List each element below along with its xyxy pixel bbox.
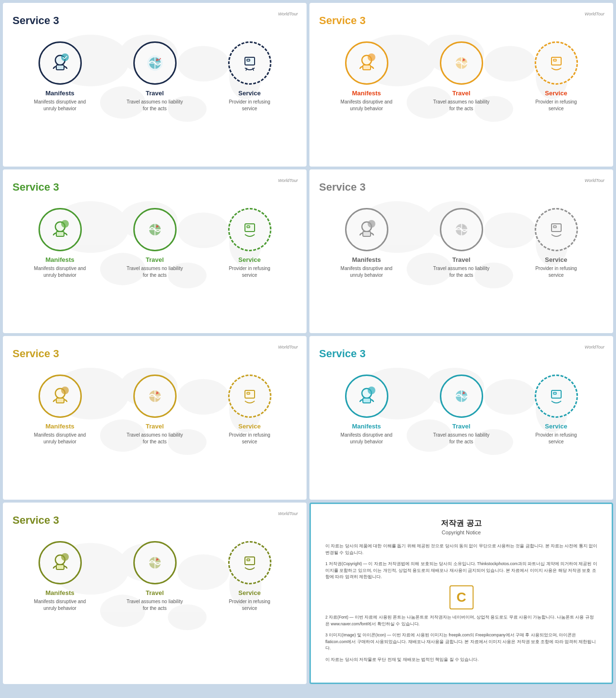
icon-desc-manifests-7: Manifests disruptive and unruly behavior — [31, 598, 89, 612]
copyright-section-2: 2 자료(Font) — 이번 자료에 사용된 폰트는 나눔폰트로 저작권자는 … — [325, 614, 597, 627]
icon-circle-service-1 — [228, 41, 271, 85]
icons-row-3: Manifests Manifests disruptive and unrul… — [13, 208, 297, 279]
icon-circle-travel-4 — [440, 208, 483, 251]
panel-6: Service 3 WorldTour Manifests — [309, 336, 613, 500]
icon-item-service-7: Service Provider in refusing service — [221, 541, 279, 612]
svg-rect-70 — [247, 392, 250, 394]
icons-row-4: Manifests Manifests disruptive and unrul… — [319, 208, 603, 279]
icon-item-manifests-5: Manifests Manifests disruptive and unrul… — [31, 375, 89, 445]
svg-point-23 — [368, 53, 375, 61]
svg-rect-84 — [553, 392, 556, 394]
panel-5: Service 3 WorldTour Manifests — [3, 336, 307, 500]
icon-label-travel-2: Travel — [433, 90, 490, 97]
panel-5-title: Service 3 — [13, 348, 297, 360]
panel-7-title: Service 3 — [13, 514, 297, 527]
icon-circle-service-3 — [228, 208, 271, 251]
svg-rect-42 — [247, 226, 250, 228]
icon-circle-service-4 — [535, 208, 578, 251]
icon-circle-service-6 — [535, 375, 578, 418]
icon-item-travel-1: Travel Travel assumes no liability for t… — [126, 41, 184, 112]
icon-label-service-3: Service — [221, 256, 279, 263]
icon-label-service-7: Service — [221, 589, 279, 596]
icon-item-travel-3: Travel Travel assumes no liability for t… — [126, 208, 184, 279]
copyright-title-en: Copyright Notice — [442, 530, 481, 535]
icon-desc-service-1: Provider in refusing service — [221, 99, 279, 112]
copyright-section-1: 1 저작권(Copyright) — 이 자료는 저작권법에 의해 보호되는 당… — [325, 561, 597, 581]
copyright-title-kr: 저작권 공고 — [441, 518, 481, 529]
icon-circle-travel-7 — [133, 541, 177, 584]
icon-desc-manifests-3: Manifests disruptive and unruly behavior — [31, 265, 89, 279]
panel-1: Service 3 WorldTour — [3, 3, 307, 167]
icon-circle-manifests-6 — [345, 375, 388, 418]
icon-label-manifests-1: Manifests — [31, 90, 89, 97]
icon-label-travel-4: Travel — [433, 256, 490, 263]
icon-label-service-6: Service — [527, 423, 585, 430]
icon-label-service-2: Service — [527, 90, 585, 97]
icon-desc-travel-7: Travel assumes no liability for the acts — [126, 598, 184, 612]
icon-label-manifests-4: Manifests — [338, 256, 396, 263]
icon-circle-service-5 — [228, 375, 271, 418]
panel-6-title: Service 3 — [319, 348, 603, 360]
icon-label-travel-6: Travel — [433, 423, 490, 430]
panel-7: Service 3 WorldTour Manifests — [3, 503, 307, 684]
main-grid: Service 3 WorldTour — [0, 0, 616, 687]
icon-item-manifests-1: Manifests Manifests disruptive and unrul… — [31, 41, 89, 112]
icon-circle-service-2 — [535, 41, 578, 85]
icon-label-service-1: Service — [221, 90, 279, 97]
panel-3-title: Service 3 — [13, 181, 297, 194]
svg-rect-64 — [56, 398, 64, 403]
copyright-section-0: 이 자료는 당사의 제품에 대한 이해를 돕기 위해 제공된 것으로 당사의 동… — [325, 543, 597, 556]
icon-desc-manifests-5: Manifests disruptive and unruly behavior — [31, 432, 89, 445]
svg-rect-98 — [247, 559, 250, 561]
svg-rect-14 — [247, 59, 250, 61]
svg-point-93 — [61, 553, 69, 561]
icon-label-manifests-2: Manifests — [338, 90, 396, 97]
icon-desc-service-2: Provider in refusing service — [527, 99, 585, 112]
icon-item-manifests-3: Manifests Manifests disruptive and unrul… — [31, 208, 89, 279]
brand-7: WorldTour — [278, 511, 298, 516]
svg-rect-50 — [363, 232, 371, 236]
icon-desc-service-4: Provider in refusing service — [527, 265, 585, 279]
icon-desc-manifests-1: Manifests disruptive and unruly behavior — [31, 99, 89, 112]
brand-6: WorldTour — [585, 345, 604, 349]
icon-item-service-5: Service Provider in refusing service — [221, 375, 279, 445]
svg-rect-92 — [56, 565, 64, 569]
icon-label-travel-1: Travel — [126, 90, 184, 97]
icon-label-travel-7: Travel — [126, 589, 184, 596]
icon-desc-manifests-6: Manifests disruptive and unruly behavior — [338, 432, 396, 445]
svg-point-79 — [368, 387, 375, 394]
svg-point-8 — [61, 53, 69, 61]
icon-circle-manifests-4 — [345, 208, 388, 251]
brand-4: WorldTour — [585, 178, 604, 183]
icon-circle-manifests-1 — [38, 41, 82, 85]
icon-label-manifests-5: Manifests — [31, 423, 89, 430]
icon-desc-travel-6: Travel assumes no liability for the acts — [433, 432, 490, 445]
svg-rect-22 — [363, 65, 371, 70]
icon-item-service-2: Service Provider in refusing service — [527, 41, 585, 112]
panel-4-title: Service 3 — [319, 181, 603, 194]
icons-row-5: Manifests Manifests disruptive and unrul… — [13, 375, 297, 445]
icon-item-manifests-2: Manifests Manifests disruptive and unrul… — [338, 41, 396, 112]
icons-row-6: Manifests Manifests disruptive and unrul… — [319, 375, 603, 445]
icon-desc-travel-1: Travel assumes no liability for the acts — [126, 99, 184, 112]
icon-circle-manifests-5 — [38, 375, 82, 418]
panel-1-title: Service 3 — [13, 14, 297, 27]
icon-item-travel-2: Travel Travel assumes no liability for t… — [433, 41, 490, 112]
icons-row-2: Manifests Manifests disruptive and unrul… — [319, 41, 603, 112]
svg-point-37 — [61, 220, 69, 228]
svg-rect-28 — [553, 59, 556, 61]
icon-circle-manifests-3 — [38, 208, 82, 251]
icons-row-1: Manifests Manifests disruptive and unrul… — [13, 41, 297, 112]
copyright-body: 이 자료는 당사의 제품에 대한 이해를 돕기 위해 제공된 것으로 당사의 동… — [325, 543, 597, 668]
icon-desc-service-3: Provider in refusing service — [221, 265, 279, 279]
icon-desc-travel-4: Travel assumes no liability for the acts — [433, 265, 490, 279]
svg-point-51 — [368, 220, 375, 228]
svg-point-65 — [61, 387, 69, 394]
brand-3: WorldTour — [278, 178, 298, 183]
icon-item-travel-6: Travel Travel assumes no liability for t… — [433, 375, 490, 445]
icon-label-service-4: Service — [527, 256, 585, 263]
icon-circle-travel-3 — [133, 208, 177, 251]
icon-item-service-4: Service Provider in refusing service — [527, 208, 585, 279]
icon-item-service-1: Service Provider in refusing service — [221, 41, 279, 112]
icon-label-travel-5: Travel — [126, 423, 184, 430]
